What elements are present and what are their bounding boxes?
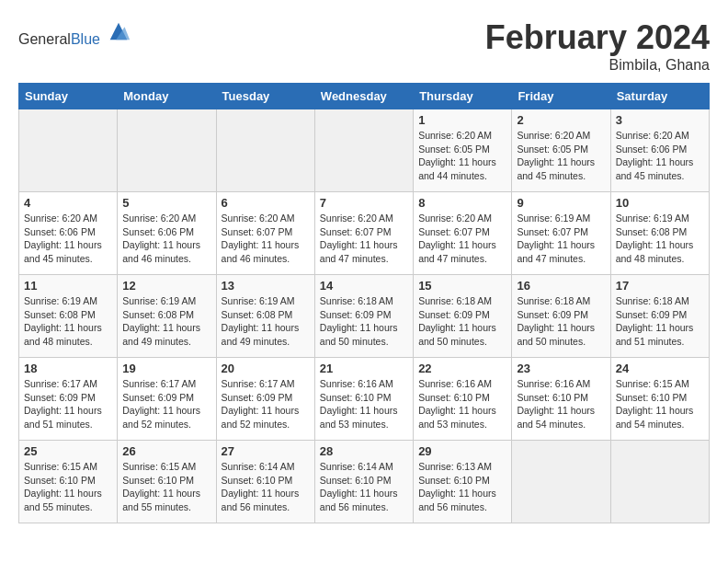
logo-general-text: General <box>18 31 71 47</box>
day-number: 12 <box>122 279 210 293</box>
day-info: Sunrise: 6:19 AM Sunset: 6:08 PM Dayligh… <box>24 294 112 349</box>
day-info: Sunrise: 6:20 AM Sunset: 6:06 PM Dayligh… <box>24 212 112 266</box>
page-header: GeneralBlue February 2024 Bimbila, Ghana <box>18 18 710 74</box>
day-number: 9 <box>517 196 605 210</box>
calendar-cell: 24Sunrise: 6:15 AM Sunset: 6:10 PM Dayli… <box>610 358 709 441</box>
day-number: 22 <box>418 362 506 375</box>
day-number: 29 <box>418 444 506 458</box>
day-number: 3 <box>616 113 704 127</box>
weekday-header-monday: Monday <box>118 84 216 109</box>
day-number: 21 <box>320 362 408 375</box>
day-number: 24 <box>616 362 704 375</box>
day-info: Sunrise: 6:16 AM Sunset: 6:10 PM Dayligh… <box>517 377 605 431</box>
day-number: 8 <box>418 196 506 210</box>
calendar-cell: 3Sunrise: 6:20 AM Sunset: 6:06 PM Daylig… <box>610 109 709 192</box>
day-info: Sunrise: 6:18 AM Sunset: 6:09 PM Dayligh… <box>616 294 704 349</box>
day-number: 14 <box>320 279 408 293</box>
calendar-cell: 15Sunrise: 6:18 AM Sunset: 6:09 PM Dayli… <box>414 275 512 358</box>
day-info: Sunrise: 6:18 AM Sunset: 6:09 PM Dayligh… <box>418 294 506 349</box>
title-area: February 2024 Bimbila, Ghana <box>485 18 710 74</box>
calendar-cell: 7Sunrise: 6:20 AM Sunset: 6:07 PM Daylig… <box>314 192 413 275</box>
day-number: 1 <box>418 113 506 127</box>
logo-blue-text: Blue <box>71 31 100 47</box>
day-number: 17 <box>616 279 704 293</box>
calendar-cell: 23Sunrise: 6:16 AM Sunset: 6:10 PM Dayli… <box>512 358 610 441</box>
day-info: Sunrise: 6:13 AM Sunset: 6:10 PM Dayligh… <box>418 460 506 514</box>
day-number: 27 <box>222 444 310 458</box>
calendar-cell <box>19 109 118 192</box>
calendar-cell <box>118 109 216 192</box>
weekday-header-row: SundayMondayTuesdayWednesdayThursdayFrid… <box>19 84 710 109</box>
calendar-cell: 14Sunrise: 6:18 AM Sunset: 6:09 PM Dayli… <box>314 275 413 358</box>
calendar-week-row: 1Sunrise: 6:20 AM Sunset: 6:05 PM Daylig… <box>19 109 710 192</box>
day-info: Sunrise: 6:20 AM Sunset: 6:06 PM Dayligh… <box>616 129 704 183</box>
weekday-header-friday: Friday <box>512 84 610 109</box>
day-number: 16 <box>517 279 605 293</box>
day-info: Sunrise: 6:18 AM Sunset: 6:09 PM Dayligh… <box>320 294 408 349</box>
calendar-cell: 2Sunrise: 6:20 AM Sunset: 6:05 PM Daylig… <box>512 109 610 192</box>
day-number: 11 <box>24 279 112 293</box>
day-info: Sunrise: 6:19 AM Sunset: 6:07 PM Dayligh… <box>517 212 605 266</box>
calendar-table: SundayMondayTuesdayWednesdayThursdayFrid… <box>18 83 710 523</box>
day-info: Sunrise: 6:20 AM Sunset: 6:06 PM Dayligh… <box>122 212 210 266</box>
calendar-cell: 8Sunrise: 6:20 AM Sunset: 6:07 PM Daylig… <box>414 192 512 275</box>
calendar-cell: 25Sunrise: 6:15 AM Sunset: 6:10 PM Dayli… <box>19 441 118 523</box>
calendar-week-row: 11Sunrise: 6:19 AM Sunset: 6:08 PM Dayli… <box>19 275 710 358</box>
location-title: Bimbila, Ghana <box>485 57 710 74</box>
calendar-week-row: 18Sunrise: 6:17 AM Sunset: 6:09 PM Dayli… <box>19 358 710 441</box>
calendar-cell: 10Sunrise: 6:19 AM Sunset: 6:08 PM Dayli… <box>610 192 709 275</box>
calendar-cell: 11Sunrise: 6:19 AM Sunset: 6:08 PM Dayli… <box>19 275 118 358</box>
day-number: 25 <box>24 444 112 458</box>
calendar-cell: 27Sunrise: 6:14 AM Sunset: 6:10 PM Dayli… <box>216 441 314 523</box>
day-info: Sunrise: 6:19 AM Sunset: 6:08 PM Dayligh… <box>222 294 310 349</box>
weekday-header-saturday: Saturday <box>610 84 709 109</box>
day-number: 15 <box>418 279 506 293</box>
day-number: 20 <box>222 362 310 375</box>
day-info: Sunrise: 6:20 AM Sunset: 6:07 PM Dayligh… <box>222 212 310 266</box>
calendar-cell: 21Sunrise: 6:16 AM Sunset: 6:10 PM Dayli… <box>314 358 413 441</box>
day-number: 7 <box>320 196 408 210</box>
day-info: Sunrise: 6:15 AM Sunset: 6:10 PM Dayligh… <box>122 460 210 514</box>
day-number: 10 <box>616 196 704 210</box>
day-number: 6 <box>222 196 310 210</box>
calendar-cell <box>314 109 413 192</box>
day-info: Sunrise: 6:20 AM Sunset: 6:05 PM Dayligh… <box>418 129 506 183</box>
day-info: Sunrise: 6:18 AM Sunset: 6:09 PM Dayligh… <box>517 294 605 349</box>
calendar-cell: 20Sunrise: 6:17 AM Sunset: 6:09 PM Dayli… <box>216 358 314 441</box>
day-info: Sunrise: 6:16 AM Sunset: 6:10 PM Dayligh… <box>418 377 506 431</box>
calendar-cell: 26Sunrise: 6:15 AM Sunset: 6:10 PM Dayli… <box>118 441 216 523</box>
calendar-cell: 22Sunrise: 6:16 AM Sunset: 6:10 PM Dayli… <box>414 358 512 441</box>
calendar-cell: 28Sunrise: 6:14 AM Sunset: 6:10 PM Dayli… <box>314 441 413 523</box>
calendar-cell: 16Sunrise: 6:18 AM Sunset: 6:09 PM Dayli… <box>512 275 610 358</box>
calendar-cell: 19Sunrise: 6:17 AM Sunset: 6:09 PM Dayli… <box>118 358 216 441</box>
calendar-cell: 18Sunrise: 6:17 AM Sunset: 6:09 PM Dayli… <box>19 358 118 441</box>
calendar-cell <box>610 441 709 523</box>
day-info: Sunrise: 6:19 AM Sunset: 6:08 PM Dayligh… <box>616 212 704 266</box>
day-info: Sunrise: 6:15 AM Sunset: 6:10 PM Dayligh… <box>24 460 112 514</box>
day-info: Sunrise: 6:14 AM Sunset: 6:10 PM Dayligh… <box>222 460 310 514</box>
calendar-week-row: 25Sunrise: 6:15 AM Sunset: 6:10 PM Dayli… <box>19 441 710 523</box>
day-number: 2 <box>517 113 605 127</box>
day-info: Sunrise: 6:20 AM Sunset: 6:07 PM Dayligh… <box>418 212 506 266</box>
day-info: Sunrise: 6:19 AM Sunset: 6:08 PM Dayligh… <box>122 294 210 349</box>
day-number: 13 <box>222 279 310 293</box>
calendar-cell: 6Sunrise: 6:20 AM Sunset: 6:07 PM Daylig… <box>216 192 314 275</box>
day-info: Sunrise: 6:20 AM Sunset: 6:07 PM Dayligh… <box>320 212 408 266</box>
logo: GeneralBlue <box>18 18 131 48</box>
day-number: 4 <box>24 196 112 210</box>
calendar-cell: 4Sunrise: 6:20 AM Sunset: 6:06 PM Daylig… <box>19 192 118 275</box>
calendar-cell <box>512 441 610 523</box>
calendar-cell: 5Sunrise: 6:20 AM Sunset: 6:06 PM Daylig… <box>118 192 216 275</box>
calendar-cell: 1Sunrise: 6:20 AM Sunset: 6:05 PM Daylig… <box>414 109 512 192</box>
weekday-header-thursday: Thursday <box>414 84 512 109</box>
day-info: Sunrise: 6:15 AM Sunset: 6:10 PM Dayligh… <box>616 377 704 431</box>
weekday-header-wednesday: Wednesday <box>314 84 413 109</box>
day-info: Sunrise: 6:17 AM Sunset: 6:09 PM Dayligh… <box>122 377 210 431</box>
day-number: 19 <box>122 362 210 375</box>
calendar-cell <box>216 109 314 192</box>
day-info: Sunrise: 6:17 AM Sunset: 6:09 PM Dayligh… <box>24 377 112 431</box>
calendar-cell: 29Sunrise: 6:13 AM Sunset: 6:10 PM Dayli… <box>414 441 512 523</box>
calendar-cell: 17Sunrise: 6:18 AM Sunset: 6:09 PM Dayli… <box>610 275 709 358</box>
calendar-cell: 13Sunrise: 6:19 AM Sunset: 6:08 PM Dayli… <box>216 275 314 358</box>
weekday-header-tuesday: Tuesday <box>216 84 314 109</box>
